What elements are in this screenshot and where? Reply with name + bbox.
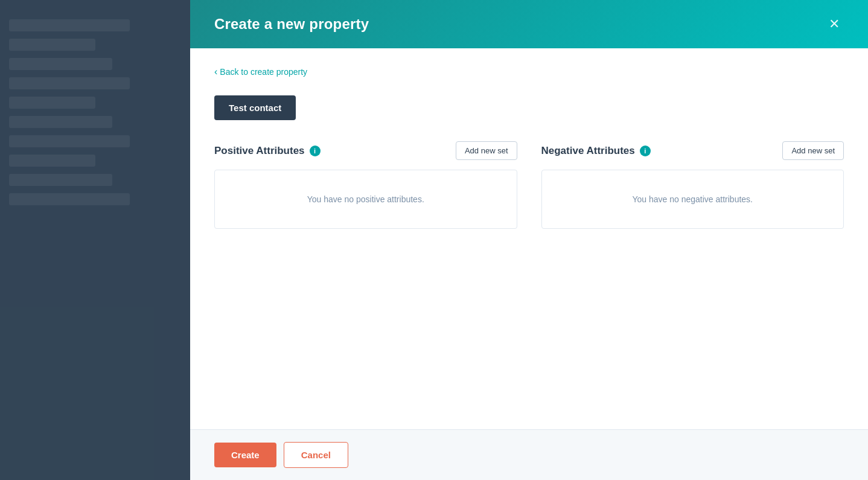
- test-contact-button[interactable]: Test contact: [214, 95, 296, 120]
- attributes-section: Positive Attributes i Add new set You ha…: [214, 141, 844, 229]
- create-button[interactable]: Create: [214, 443, 276, 467]
- positive-attributes-title: Positive Attributes: [214, 145, 305, 157]
- modal-title: Create a new property: [214, 16, 369, 33]
- negative-attributes-header: Negative Attributes i Add new set: [541, 141, 844, 160]
- negative-attributes-info-icon[interactable]: i: [640, 146, 651, 156]
- modal-footer: Create Cancel: [190, 429, 868, 480]
- positive-attributes-header: Positive Attributes i Add new set: [214, 141, 517, 160]
- positive-attributes-empty-box: You have no positive attributes.: [214, 170, 517, 229]
- negative-attributes-empty-box: You have no negative attributes.: [541, 170, 844, 229]
- positive-attributes-empty-message: You have no positive attributes.: [307, 194, 424, 204]
- negative-add-new-set-button[interactable]: Add new set: [782, 141, 844, 160]
- positive-attributes-column: Positive Attributes i Add new set You ha…: [214, 141, 517, 229]
- modal-body: ‹ Back to create property Test contact P…: [190, 48, 868, 429]
- positive-add-new-set-button[interactable]: Add new set: [456, 141, 517, 160]
- modal-dialog: Create a new property ✕ ‹ Back to create…: [190, 0, 868, 480]
- negative-attributes-title-group: Negative Attributes i: [541, 145, 651, 157]
- negative-attributes-title: Negative Attributes: [541, 145, 635, 157]
- negative-attributes-empty-message: You have no negative attributes.: [632, 194, 753, 204]
- back-arrow-icon: ‹: [214, 66, 217, 77]
- back-link[interactable]: ‹ Back to create property: [214, 66, 307, 77]
- positive-attributes-title-group: Positive Attributes i: [214, 145, 321, 157]
- close-button[interactable]: ✕: [825, 14, 844, 34]
- cancel-button[interactable]: Cancel: [284, 442, 348, 468]
- back-link-label: Back to create property: [220, 67, 307, 77]
- positive-attributes-info-icon[interactable]: i: [310, 146, 321, 156]
- negative-attributes-column: Negative Attributes i Add new set You ha…: [541, 141, 844, 229]
- modal-header: Create a new property ✕: [190, 0, 868, 48]
